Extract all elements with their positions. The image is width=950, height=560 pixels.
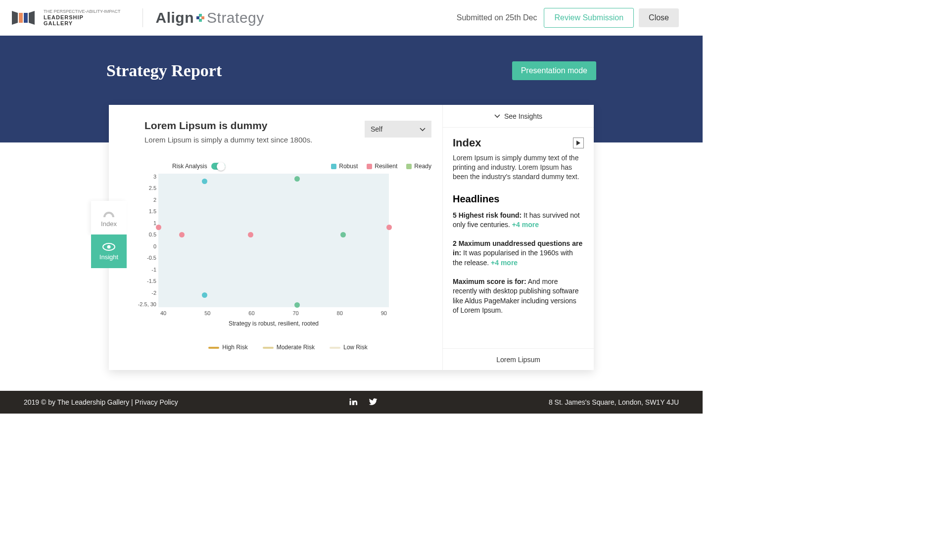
headline-item: 2 Maximum unaddressed questions are in: … <box>453 239 584 268</box>
main-panel: Index Insight Lorem Lipsum is dummy Lore… <box>109 105 594 370</box>
address: 8 St. James's Square, London, SW1Y 4JU <box>549 398 679 406</box>
header: THE PERSPECTIVE-ABILITY-IMPACT LEADERSHI… <box>0 0 703 36</box>
svg-point-5 <box>107 245 111 248</box>
headline-item: Maximum score is for: And more recently … <box>453 277 584 316</box>
gauge-icon <box>102 208 115 218</box>
svg-marker-0 <box>12 11 18 25</box>
data-point <box>294 302 300 308</box>
chevron-down-icon <box>420 128 426 131</box>
svg-rect-2 <box>24 13 28 23</box>
data-point <box>386 225 392 230</box>
risk-label: Risk Analysis <box>172 163 207 170</box>
svg-marker-6 <box>576 140 580 145</box>
select-value: Self <box>371 125 382 133</box>
data-point <box>340 232 346 237</box>
close-button[interactable]: Close <box>639 8 679 27</box>
data-point <box>294 176 300 182</box>
y-axis-ticks: 32.521.510.50-0.5-1-1.5-2-2.5, 30 <box>138 174 156 307</box>
right-sidebar: See Insights Index Lorem Ipsum is simply… <box>442 105 594 370</box>
page-title: Strategy Report <box>106 61 222 80</box>
side-tab-label: Insight <box>99 253 118 261</box>
scatter-plot: Lack of alignment amongst respondents 32… <box>158 174 416 318</box>
brand: Align Strategy <box>156 9 264 26</box>
self-select[interactable]: Self <box>365 121 431 138</box>
data-point <box>156 225 161 230</box>
svg-marker-3 <box>29 11 35 25</box>
svg-rect-1 <box>19 13 23 23</box>
logo-mark-icon <box>12 9 39 26</box>
eye-icon <box>102 242 115 251</box>
risk-analysis-toggle[interactable]: Risk Analysis <box>172 163 225 170</box>
copyright: 2019 © by The Leadership Gallery | Priva… <box>24 398 178 406</box>
side-tab-label: Index <box>101 220 117 228</box>
twitter-icon[interactable] <box>369 397 378 408</box>
see-insights-toggle[interactable]: See Insights <box>443 105 594 128</box>
main-content: Lorem Lipsum is dummy Lorem Lipsum is si… <box>109 105 442 370</box>
content-title: Lorem Lipsum is dummy <box>144 120 312 132</box>
data-point <box>179 232 185 237</box>
chart-area: Risk Analysis Robust Resilient Ready Lac… <box>158 163 431 351</box>
divider <box>142 8 143 27</box>
chevron-down-icon <box>494 114 500 118</box>
logo: THE PERSPECTIVE-ABILITY-IMPACT LEADERSHI… <box>12 9 121 26</box>
side-tab-insight[interactable]: Insight <box>91 234 127 268</box>
switch-icon[interactable] <box>211 163 225 170</box>
more-link[interactable]: +4 more <box>491 259 518 267</box>
data-point <box>202 179 207 184</box>
x-axis-ticks: 405060708090 <box>158 310 389 316</box>
linkedin-icon[interactable] <box>349 397 358 408</box>
play-button[interactable] <box>573 138 584 148</box>
submitted-text: Submitted on 25th Dec <box>457 13 537 22</box>
plus-icon <box>196 14 204 22</box>
logo-text: THE PERSPECTIVE-ABILITY-IMPACT LEADERSHI… <box>44 9 121 26</box>
side-tabs: Index Insight <box>91 201 127 268</box>
data-point <box>248 232 253 237</box>
sidebar-index-title: Index <box>453 137 481 149</box>
sidebar-footer: Lorem Lipsum <box>443 348 594 370</box>
presentation-mode-button[interactable]: Presentation mode <box>512 61 596 80</box>
more-link[interactable]: +4 more <box>512 221 539 229</box>
headline-item: 5 Highest risk found: It has survived no… <box>453 211 584 230</box>
headlines-title: Headlines <box>453 193 584 205</box>
series-legend: Robust Resilient Ready <box>331 163 431 170</box>
play-icon <box>576 140 580 145</box>
content-subtitle: Lorem Lipsum is simply a dummy text sinc… <box>144 136 312 144</box>
side-tab-index[interactable]: Index <box>91 201 127 234</box>
review-submission-button[interactable]: Review Submission <box>544 8 634 28</box>
footer: 2019 © by The Leadership Gallery | Priva… <box>0 391 703 414</box>
index-description: Lorem Ipsum is simply dummy text of the … <box>453 153 584 182</box>
data-point <box>202 292 207 298</box>
x-axis-label: Strategy is robust, resilient, rooted <box>158 320 389 327</box>
risk-legend: High Risk Moderate Risk Low Risk <box>144 344 431 351</box>
